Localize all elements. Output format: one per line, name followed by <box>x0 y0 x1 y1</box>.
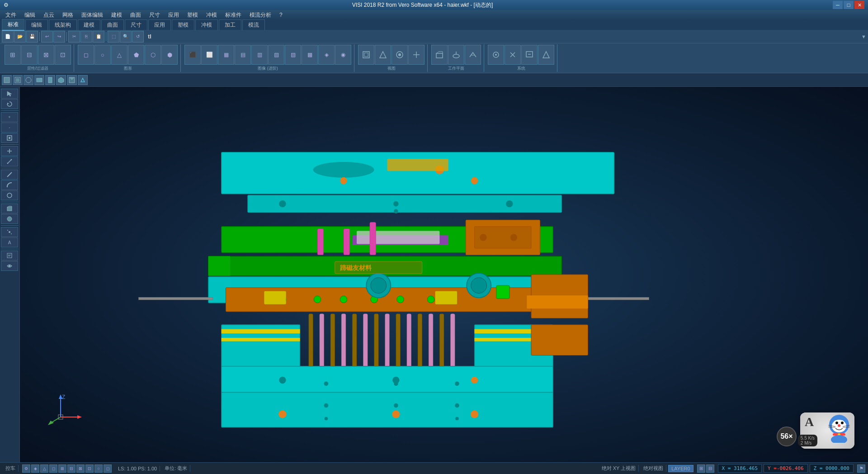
toolbar-sys2[interactable] <box>505 45 521 65</box>
left-zoom-out[interactable]: - <box>1 123 18 133</box>
status-btn5[interactable]: ⊞ <box>58 465 66 473</box>
left-prop[interactable] <box>1 251 18 261</box>
tab-machining[interactable]: 加工 <box>219 19 241 30</box>
tab-wireframe[interactable]: 线架构 <box>49 19 77 30</box>
toolbar-img10[interactable]: ◉ <box>335 45 351 65</box>
toolbar-select[interactable]: ⬚ <box>108 31 119 43</box>
status-btn8[interactable]: ⊡ <box>85 465 94 473</box>
view-cube-btn1[interactable] <box>2 75 12 85</box>
status-layer-btn1[interactable]: ⊞ <box>697 465 705 473</box>
toolbar-img5[interactable]: ▥ <box>251 45 268 65</box>
toolbar-redo[interactable]: ↪ <box>53 31 65 43</box>
status-btn2[interactable]: ◈ <box>31 465 39 473</box>
toolbar-sys4[interactable] <box>538 45 554 65</box>
tab-stamping[interactable]: 冲模 <box>195 19 218 30</box>
status-btn4[interactable]: ◻ <box>49 465 57 473</box>
toolbar-img6[interactable]: ▧ <box>268 45 284 65</box>
view-cube-btn2[interactable] <box>13 75 23 85</box>
menu-standard[interactable]: 标准件 <box>222 10 245 20</box>
toolbar-sys3[interactable] <box>521 45 538 65</box>
left-point[interactable] <box>1 227 18 237</box>
toolbar-shape1[interactable]: ◻ <box>78 45 94 65</box>
menu-file[interactable]: 文件 <box>2 10 20 20</box>
toolbar-shape2[interactable]: ○ <box>94 45 111 65</box>
menu-solid[interactable]: 面体编辑 <box>78 10 107 20</box>
left-hide[interactable] <box>1 261 18 271</box>
tab-moldflow[interactable]: 模流 <box>242 19 265 30</box>
toolbar-zoom[interactable]: 🔍 <box>120 31 132 43</box>
tab-model[interactable]: 建模 <box>78 19 100 30</box>
left-solid1[interactable] <box>1 204 18 213</box>
toolbar-view2[interactable] <box>375 45 391 65</box>
menu-dimension[interactable]: 尺寸 <box>146 10 164 20</box>
status-end-btn[interactable]: ⚑ <box>857 465 865 473</box>
toolbar-img8[interactable]: ▩ <box>302 45 318 65</box>
menu-punch[interactable]: 冲模 <box>203 10 221 20</box>
view-cube-btn3[interactable] <box>24 75 33 85</box>
toolbar-wp2[interactable] <box>448 45 464 65</box>
status-btn3[interactable]: △ <box>40 465 48 473</box>
toolbar-img3[interactable]: ▦ <box>218 45 234 65</box>
view-cube-wire[interactable] <box>78 75 88 85</box>
menu-build[interactable]: 建模 <box>108 10 126 20</box>
toolbar-shape4[interactable]: ⬟ <box>128 45 144 65</box>
toolbar-paste[interactable]: 📋 <box>93 31 104 43</box>
left-measure[interactable] <box>1 156 18 166</box>
view-cube-front[interactable] <box>45 75 55 85</box>
tab-standard[interactable]: 标准 <box>2 19 24 31</box>
toolbar-view3[interactable] <box>392 45 408 65</box>
toolbar-shape5[interactable]: ⬡ <box>145 45 161 65</box>
minimize-button[interactable]: ─ <box>833 1 843 9</box>
left-arc[interactable] <box>1 180 18 190</box>
menu-edit[interactable]: 编辑 <box>21 10 39 20</box>
toolbar-open[interactable]: 📂 <box>14 31 26 43</box>
tab-edit[interactable]: 编辑 <box>25 19 48 30</box>
menu-pointcloud[interactable]: 点云 <box>40 10 58 20</box>
maximize-button[interactable]: □ <box>844 1 854 9</box>
status-layer-btn2[interactable]: ⊟ <box>706 465 714 473</box>
toolbar-view1[interactable] <box>358 45 374 65</box>
tab-plastic[interactable]: 塑模 <box>172 19 194 30</box>
menu-mold[interactable]: 塑模 <box>184 10 202 20</box>
toolbar-img4[interactable]: ▤ <box>235 45 251 65</box>
menu-mesh[interactable]: 网格 <box>59 10 77 20</box>
toolbar-layer3[interactable]: ⊠ <box>38 45 54 65</box>
menu-apply[interactable]: 应用 <box>165 10 183 20</box>
view-cube-shaded[interactable] <box>67 75 77 85</box>
close-button[interactable]: ✕ <box>854 1 864 9</box>
tab-apply[interactable]: 应用 <box>148 19 171 30</box>
toolbar-undo[interactable]: ↩ <box>41 31 53 43</box>
toolbar-layer4[interactable]: ⊡ <box>55 45 71 65</box>
toolbar-rotate[interactable]: ↺ <box>132 31 144 43</box>
toolbar-wp3[interactable] <box>465 45 481 65</box>
toolbar-new[interactable]: 📄 <box>2 31 14 43</box>
toolbar-cut[interactable]: ✂ <box>68 31 80 43</box>
menu-flow[interactable]: 模流分析 <box>246 10 275 20</box>
tab-surface[interactable]: 曲面 <box>101 19 124 30</box>
toolbar-view4[interactable] <box>408 45 425 65</box>
status-btn1[interactable]: ⚙ <box>22 465 30 473</box>
toolbar-sys1[interactable] <box>488 45 504 65</box>
3d-viewport[interactable]: 蹄磁友材料 Z A 🌙 T <box>20 87 868 462</box>
toolbar-shape6[interactable]: ⬢ <box>161 45 178 65</box>
toolbar-copy[interactable]: ⎘ <box>80 31 92 43</box>
tab-dimension[interactable]: 尺寸 <box>125 19 147 30</box>
status-btn9[interactable]: ○ <box>94 465 103 473</box>
left-solid2[interactable] <box>1 214 18 224</box>
left-text[interactable]: A <box>1 237 18 247</box>
menu-surface[interactable]: 曲面 <box>127 10 145 20</box>
toolbar-img7[interactable]: ▨ <box>285 45 301 65</box>
view-cube-iso[interactable] <box>56 75 66 85</box>
status-btn6[interactable]: ⊟ <box>67 465 75 473</box>
left-zoom-in[interactable]: + <box>1 112 18 122</box>
toolbar-img2[interactable]: ⬜ <box>201 45 217 65</box>
left-rotate[interactable] <box>1 99 18 109</box>
toolbar-layer1[interactable]: ⊞ <box>5 45 21 65</box>
toolbar-img9[interactable]: ◈ <box>318 45 335 65</box>
toolbar-save[interactable]: 💾 <box>26 31 38 43</box>
menu-help[interactable]: ? <box>276 11 286 19</box>
view-cube-top[interactable] <box>34 75 44 85</box>
left-pan[interactable] <box>1 146 18 156</box>
left-select[interactable] <box>1 89 18 99</box>
left-circle[interactable] <box>1 190 18 200</box>
